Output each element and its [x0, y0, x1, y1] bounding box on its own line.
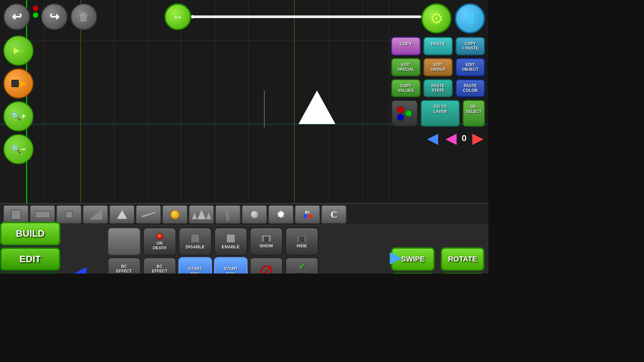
right-panel-row4: GO TOLAYER DE-SELECT: [391, 100, 485, 127]
enable-button[interactable]: ENABLE: [214, 227, 248, 256]
enable-icon: [226, 234, 235, 243]
edit-group-button[interactable]: EDITGROUP: [423, 58, 453, 76]
layer-next-button[interactable]: ▶: [470, 131, 485, 146]
build-mode-button[interactable]: BUILD: [0, 222, 60, 245]
no-symbol-icon: [260, 265, 272, 274]
tab-small-square[interactable]: [56, 205, 82, 224]
disable-label: DISABLE: [185, 244, 205, 249]
diagonal-tab-icon: [89, 209, 102, 220]
down-check-button[interactable]: ✓: [285, 257, 319, 274]
zoom-out-button[interactable]: 🔍−: [3, 134, 34, 164]
edit-mode-button[interactable]: EDIT: [0, 247, 60, 271]
scrubber-track[interactable]: [191, 15, 421, 18]
scrubber-handle[interactable]: [191, 15, 194, 18]
nav-right-button[interactable]: ▶: [390, 249, 401, 266]
hide-button[interactable]: HIDE: [285, 227, 319, 256]
tab-bc[interactable]: BC: [295, 205, 320, 224]
tab-wide-rect[interactable]: [30, 205, 55, 224]
blank-action-button[interactable]: [107, 227, 141, 256]
starburst-tab-icon: ✸: [276, 208, 285, 221]
action-buttons-area: BUILD EDIT DELETE ◀ ONDEATH DIS: [0, 225, 488, 274]
settings-button[interactable]: ⚙: [421, 3, 451, 34]
object-mode-button[interactable]: ▶: [3, 68, 34, 99]
redo-button[interactable]: ↪: [41, 3, 68, 30]
action-row1: ONDEATH DISABLE ENABLE SHOW: [107, 227, 319, 256]
down-check-icon: ✓: [299, 262, 305, 272]
no-symbol-button[interactable]: [250, 257, 283, 274]
gold-circle-tab-icon: [170, 210, 180, 219]
scrubber-container: ↔: [164, 3, 421, 30]
rotate-button[interactable]: ROTATE: [441, 247, 484, 271]
layer-nav: ◀ ◀ 0 ▶: [391, 131, 485, 146]
nav-left-button[interactable]: ◀: [74, 264, 86, 274]
disable-button[interactable]: DISABLE: [178, 227, 212, 256]
start-pos-button-2[interactable]: STARTPOS: [214, 257, 248, 274]
paste-color-button[interactable]: PASTECOLOR: [455, 79, 485, 98]
object-handle: [264, 90, 265, 127]
tab-gold-circle[interactable]: [162, 205, 187, 224]
tab-triangle[interactable]: [109, 205, 135, 224]
gear-icon: ⚙: [430, 9, 443, 27]
music-play-button[interactable]: ▶ ♪: [3, 36, 34, 66]
tab-c-letter[interactable]: C: [321, 205, 346, 224]
copy-paste-button[interactable]: COPY+ PASTE: [455, 37, 485, 55]
copy-values-button[interactable]: COPYVALUES: [391, 79, 421, 98]
delete-mode-button[interactable]: DELETE: [0, 273, 60, 274]
on-death-button[interactable]: ONDEATH: [143, 227, 176, 256]
scrubber-button[interactable]: ↔: [164, 3, 191, 30]
nav-right-icon: ▶: [390, 249, 401, 265]
top-right-controls: ⚙ ⏸: [421, 3, 485, 34]
zoom-in-icon: 🔍+: [11, 112, 26, 121]
tab-mountains[interactable]: [189, 205, 214, 224]
delete-button[interactable]: 🗑: [70, 3, 97, 30]
edit-object-button[interactable]: EDITOBJECT: [455, 58, 485, 76]
layer-number: 0: [462, 133, 467, 143]
layer-prev-pink-button[interactable]: ◀: [443, 131, 459, 146]
spike-tab-icon: [227, 208, 229, 221]
layer-next-icon: ▶: [472, 131, 483, 146]
enable-label: ENABLE: [222, 244, 239, 249]
bc-effect-off-button[interactable]: BCEFFECTOFF: [143, 257, 176, 274]
show-icon: [261, 235, 271, 242]
zoom-in-button[interactable]: 🔍+: [3, 101, 34, 131]
start-pos-button-1[interactable]: STARTPOS: [178, 257, 212, 274]
bc-effect-on-button[interactable]: BCEFFECTON: [107, 257, 141, 274]
right-panel-row2: EDITSPECIAL EDITGROUP EDITOBJECT: [391, 58, 485, 76]
deselect-button[interactable]: DE-SELECT: [463, 100, 485, 127]
object-mode-icon: ▶: [11, 79, 26, 88]
green-dot-indicator: [33, 12, 38, 18]
tab-circle-gray[interactable]: [242, 205, 267, 224]
free-move-button[interactable]: FREEMOVE: [391, 273, 435, 274]
snap-button[interactable]: SNAP: [441, 273, 484, 274]
undo-button[interactable]: ↩: [3, 3, 30, 30]
color-circles: [397, 106, 412, 121]
tab-spike[interactable]: [215, 205, 240, 224]
layer-prev-button[interactable]: ◀: [425, 131, 440, 146]
square-outline-icon: [298, 273, 306, 274]
go-to-layer-button[interactable]: GO TOLAYER: [421, 100, 460, 127]
wide-rect-tab-icon: [35, 211, 50, 218]
edit-special-button[interactable]: EDITSPECIAL: [391, 58, 421, 76]
pause-button[interactable]: ⏸: [455, 3, 485, 34]
tab-square[interactable]: [3, 205, 29, 224]
on-death-label: ONDEATH: [153, 241, 166, 250]
show-button[interactable]: SHOW: [250, 227, 283, 256]
tab-slope[interactable]: [136, 205, 161, 224]
bc-effect-on-label: BCEFFECTON: [116, 264, 132, 274]
music-play-icon: ▶ ♪: [14, 46, 23, 55]
layer-prev-pink-icon: ◀: [446, 131, 456, 146]
triangle-object[interactable]: [299, 90, 335, 124]
copy-button[interactable]: COPY: [391, 37, 421, 55]
layer-prev-icon: ◀: [427, 131, 438, 146]
tab-diagonal[interactable]: [83, 205, 108, 224]
right-panel-row3: COPYVALUES PASTESTATE PASTECOLOR: [391, 79, 485, 98]
paste-button[interactable]: PASTE: [423, 37, 453, 55]
paste-state-button[interactable]: PASTESTATE: [423, 79, 453, 98]
redo-icon: ↪: [49, 10, 59, 24]
undo-icon: ↩: [12, 10, 22, 24]
c-letter-tab-icon: C: [330, 209, 337, 220]
color-circles-button[interactable]: [391, 100, 418, 127]
right-panel: COPY PASTE COPY+ PASTE EDITSPECIAL EDITG…: [391, 37, 485, 146]
hide-label: HIDE: [297, 243, 307, 248]
tab-starburst[interactable]: ✸: [268, 205, 293, 224]
